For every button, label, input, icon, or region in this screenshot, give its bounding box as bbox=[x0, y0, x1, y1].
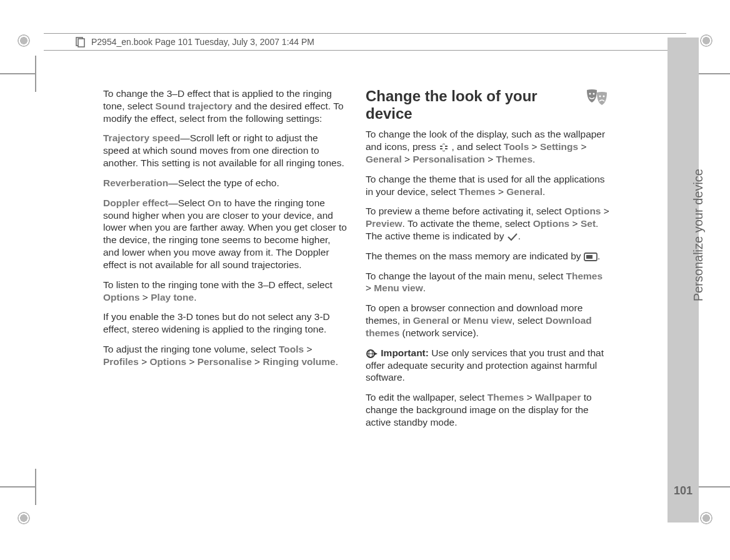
svg-point-5 bbox=[603, 96, 605, 98]
header-text: P2954_en.book Page 101 Tuesday, July 3, … bbox=[91, 37, 314, 47]
left-column: To change the 3–D effect that is applied… bbox=[103, 88, 347, 436]
paragraph: To open a browser connection and downloa… bbox=[366, 302, 609, 339]
paragraph: To edit the wallpaper, select Themes > W… bbox=[366, 391, 609, 428]
svg-rect-11 bbox=[586, 255, 592, 259]
book-icon bbox=[75, 36, 86, 48]
paragraph: To change the theme that is used for all… bbox=[366, 173, 609, 198]
svg-rect-6 bbox=[440, 146, 442, 147]
paragraph: To adjust the ringing tone volume, selec… bbox=[103, 343, 347, 368]
paragraph: Trajectory speed—Scroll left or right to… bbox=[103, 132, 347, 169]
svg-rect-9 bbox=[445, 148, 448, 149]
svg-rect-7 bbox=[445, 146, 448, 147]
paragraph: To preview a theme before activating it,… bbox=[366, 205, 609, 242]
globe-arrow-icon bbox=[366, 349, 378, 359]
paragraph: If you enable the 3-D tones but do not s… bbox=[103, 311, 347, 336]
page-content: To change the 3–D effect that is applied… bbox=[103, 88, 609, 436]
paragraph: Doppler effect—Select On to have the rin… bbox=[103, 197, 347, 271]
themes-icon bbox=[584, 88, 609, 110]
svg-rect-8 bbox=[440, 148, 442, 149]
svg-point-2 bbox=[589, 93, 591, 95]
right-column: Change the look of your device To change… bbox=[366, 88, 609, 436]
important-note: Important: Use only services that you tr… bbox=[366, 347, 609, 384]
svg-rect-1 bbox=[78, 39, 84, 47]
paragraph: To listen to the ringing tone with the 3… bbox=[103, 279, 347, 304]
checkmark-icon bbox=[507, 232, 518, 241]
heading: Change the look of your device bbox=[366, 88, 609, 122]
svg-point-4 bbox=[599, 96, 601, 98]
paragraph: To change the 3–D effect that is applied… bbox=[103, 88, 347, 124]
mass-memory-icon bbox=[584, 252, 598, 262]
paragraph: Reverberation—Select the type of echo. bbox=[103, 177, 347, 189]
paragraph: To change the layout of the main menu, s… bbox=[366, 270, 609, 295]
section-label: Personalize your device bbox=[691, 169, 706, 301]
framemaker-header: P2954_en.book Page 101 Tuesday, July 3, … bbox=[44, 33, 686, 51]
paragraph: The themes on the mass memory are indica… bbox=[366, 250, 609, 262]
paragraph: To change the look of the display, such … bbox=[366, 128, 609, 165]
menu-key-icon bbox=[439, 142, 449, 152]
page-number: 101 bbox=[674, 484, 692, 498]
svg-point-3 bbox=[593, 93, 595, 95]
